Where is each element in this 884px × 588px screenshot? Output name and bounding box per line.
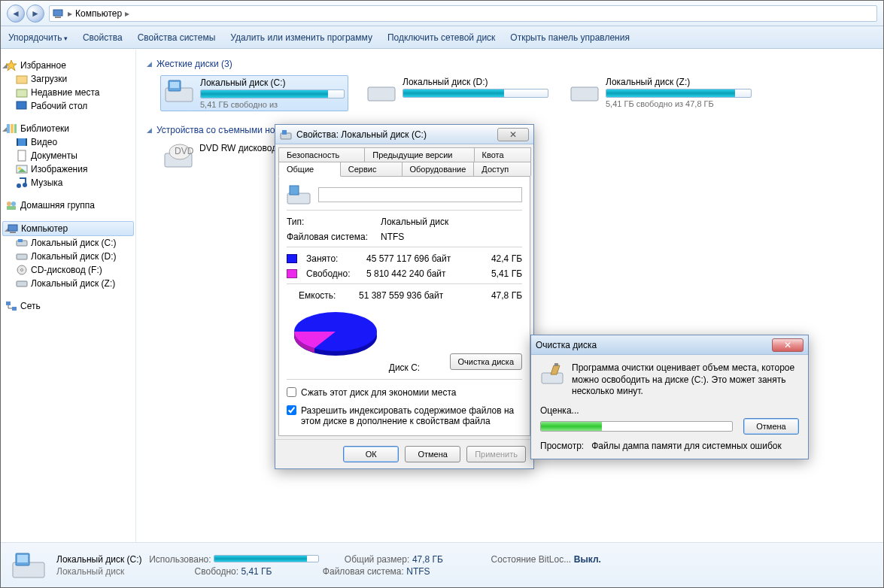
chevron-right-icon: ▸ [125,8,129,19]
sidebar-drive-d[interactable]: Локальный диск (D:) [1,250,135,263]
cleanup-message: Программа очистки оценивает объем места,… [572,362,799,398]
breadcrumb[interactable]: ▸ Компьютер ▸ [49,5,877,22]
chevron-right-icon: ▸ [68,8,72,19]
network-icon [5,300,17,312]
computer-icon [53,8,65,20]
ok-button[interactable]: ОК [343,446,399,462]
svg-rect-8 [14,124,17,133]
collapse-icon: ◢ [147,60,152,68]
apply-button[interactable]: Применить [466,446,526,462]
cleanup-icon [540,362,564,386]
drive-label-input[interactable] [318,187,522,202]
toolbar: Упорядочить Свойства Свойства системы Уд… [1,26,883,49]
drive-icon [16,237,28,249]
dialog-titlebar[interactable]: Очистка диска ✕ [531,335,808,355]
sidebar-recent[interactable]: Недавние места [1,86,135,99]
breadcrumb-item[interactable]: Компьютер [75,8,122,19]
drive-c[interactable]: Локальный диск (C:) 5,41 ГБ свободно из [160,75,348,111]
scan-item: Файлы дампа памяти для системных ошибок [591,441,782,451]
compress-checkbox[interactable] [287,387,296,397]
svg-rect-43 [282,130,287,135]
scan-label: Просмотр: [540,441,584,451]
nav-back-button[interactable]: ◄ [7,5,25,23]
navigation-pane: ◢ Избранное Загрузки Недавние места Рабо… [1,50,136,542]
usage-bar [214,555,319,562]
progress-bar [540,421,733,432]
cancel-button[interactable]: Отмена [743,418,799,435]
svg-rect-33 [170,82,179,88]
details-title: Локальный диск (C:) Использовано: Общий … [56,553,601,565]
svg-point-14 [18,167,21,170]
section-hard-drives[interactable]: ◢Жесткие диски (3) [147,56,873,72]
dialog-title: Свойства: Локальный диск (C:) [296,129,427,140]
svg-point-17 [23,183,27,187]
svg-rect-22 [10,232,16,233]
collapse-icon: ◢ [147,126,152,134]
drive-z[interactable]: Локальный диск (Z:) 5,41 ГБ свободно из … [567,75,755,111]
drive-icon [280,129,292,141]
sidebar-libraries[interactable]: ◢ Библиотеки [1,122,135,135]
system-properties-button[interactable]: Свойства системы [138,32,216,43]
star-icon [5,59,17,71]
tab-quota[interactable]: Квота [474,147,531,162]
svg-point-18 [7,202,11,206]
svg-rect-49 [554,363,558,366]
svg-rect-0 [53,10,62,16]
sidebar-music[interactable]: Музыка [1,176,135,189]
disk-cleanup-button[interactable]: Очистка диска [450,353,522,370]
sidebar-drive-c[interactable]: Локальный диск (C:) [1,236,135,250]
tab-previous-versions[interactable]: Предыдущие версии [364,147,474,162]
control-panel-button[interactable]: Открыть панель управления [510,32,630,43]
cancel-button[interactable]: Отмена [405,446,460,462]
svg-rect-4 [17,89,27,97]
sidebar-computer[interactable]: ◢ Компьютер [2,221,134,236]
svg-rect-24 [18,239,23,242]
tab-strip: Безопасность Предыдущие версии Квота Общ… [275,144,533,176]
tab-general[interactable]: Общие [278,162,341,177]
tab-hardware[interactable]: Оборудование [402,162,475,176]
uninstall-program-button[interactable]: Удалить или изменить программу [230,32,372,43]
recent-icon [16,86,28,99]
homegroup-icon [5,199,17,211]
drive-icon [366,77,396,104]
cd-icon [16,264,28,276]
tab-tools[interactable]: Сервис [340,162,403,176]
computer-icon [8,223,20,235]
drive-icon [11,550,46,580]
svg-text:DVD: DVD [175,146,193,156]
sidebar-homegroup[interactable]: Домашняя группа [1,199,135,212]
svg-rect-30 [12,307,17,311]
dialog-titlebar[interactable]: Свойства: Локальный диск (C:) ✕ [275,125,533,144]
sidebar-downloads[interactable]: Загрузки [1,72,135,86]
nav-forward-button[interactable]: ► [26,5,44,23]
index-checkbox[interactable] [287,405,296,415]
sidebar-pictures[interactable]: Изображения [1,162,135,176]
pictures-icon [16,163,28,175]
svg-point-27 [21,269,23,271]
sidebar-documents[interactable]: Документы [1,149,135,162]
used-swatch [287,254,297,263]
sidebar-desktop[interactable]: Рабочий стол [1,99,135,113]
svg-rect-20 [7,206,16,210]
tab-security[interactable]: Безопасность [278,147,365,162]
disk-usage-pie [287,305,522,358]
svg-rect-25 [17,254,27,259]
sidebar-network[interactable]: Сеть [1,299,135,313]
map-network-drive-button[interactable]: Подключить сетевой диск [387,32,495,43]
close-button[interactable]: ✕ [497,128,529,141]
sidebar-video[interactable]: Видео [1,135,135,149]
organize-menu[interactable]: Упорядочить [8,32,68,43]
properties-button[interactable]: Свойства [83,32,123,43]
svg-rect-35 [571,87,598,101]
close-button[interactable]: ✕ [772,338,803,352]
drive-icon [16,250,28,262]
tab-sharing[interactable]: Доступ [473,162,531,176]
dialog-title: Очистка диска [536,340,597,350]
sidebar-drive-z[interactable]: Локальный диск (Z:) [1,277,135,290]
svg-rect-29 [6,302,11,305]
drive-d[interactable]: Локальный диск (D:) [363,75,551,111]
sidebar-favorites[interactable]: ◢ Избранное [1,59,135,72]
details-pane: Локальный диск (C:) Использовано: Общий … [1,542,883,587]
sidebar-cd-drive[interactable]: CD-дисковод (F:) [1,263,135,277]
svg-rect-45 [290,186,299,195]
